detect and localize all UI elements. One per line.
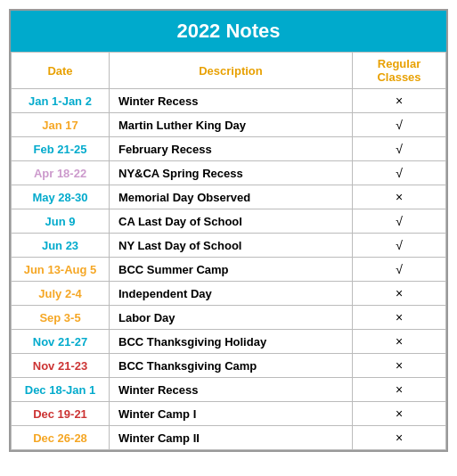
row-date: Jun 23: [12, 234, 110, 258]
row-classes: ×: [353, 402, 446, 426]
col-header-classes: Regular Classes: [353, 53, 446, 89]
row-date: Nov 21-23: [12, 354, 110, 378]
row-date: Jan 17: [12, 113, 110, 137]
row-description: CA Last Day of School: [110, 209, 353, 234]
row-description: NY Last Day of School: [110, 234, 353, 258]
row-date: Jun 9: [12, 209, 110, 234]
row-description: NY&CA Spring Recess: [110, 161, 353, 185]
table-row: May 28-30Memorial Day Observed×: [12, 185, 446, 209]
row-description: BCC Thanksgiving Holiday: [110, 330, 353, 354]
row-classes: ×: [353, 282, 446, 306]
table-row: Dec 19-21Winter Camp I×: [12, 402, 446, 426]
table-header-row: Date Description Regular Classes: [12, 53, 446, 89]
row-classes: √: [353, 234, 446, 258]
row-description: Labor Day: [110, 306, 353, 330]
table-row: Nov 21-23BCC Thanksgiving Camp×: [12, 354, 446, 378]
row-classes: ×: [353, 306, 446, 330]
table-row: Jun 9CA Last Day of School√: [12, 209, 446, 234]
row-description: Martin Luther King Day: [110, 113, 353, 137]
row-classes: ×: [353, 378, 446, 402]
table-row: Dec 18-Jan 1Winter Recess×: [12, 378, 446, 402]
row-description: BCC Summer Camp: [110, 258, 353, 282]
row-description: Memorial Day Observed: [110, 185, 353, 209]
table-row: July 2-4Independent Day×: [12, 282, 446, 306]
table-row: Jun 23NY Last Day of School√: [12, 234, 446, 258]
row-description: February Recess: [110, 137, 353, 161]
row-classes: ×: [353, 426, 446, 450]
row-classes: √: [353, 137, 446, 161]
notes-table-wrapper: 2022 Notes Date Description Regular Clas…: [9, 9, 448, 452]
row-description: Winter Camp I: [110, 402, 353, 426]
row-classes: √: [353, 209, 446, 234]
table-row: Nov 21-27BCC Thanksgiving Holiday×: [12, 330, 446, 354]
table-row: Feb 21-25February Recess√: [12, 137, 446, 161]
table-body: Jan 1-Jan 2Winter Recess×Jan 17Martin Lu…: [12, 89, 446, 450]
table-title: 2022 Notes: [11, 11, 446, 52]
row-classes: √: [353, 113, 446, 137]
table-row: Jan 1-Jan 2Winter Recess×: [12, 89, 446, 113]
col-header-date: Date: [12, 53, 110, 89]
row-classes: ×: [353, 185, 446, 209]
table-row: Sep 3-5Labor Day×: [12, 306, 446, 330]
row-classes: √: [353, 161, 446, 185]
row-date: Feb 21-25: [12, 137, 110, 161]
row-classes: ×: [353, 89, 446, 113]
row-classes: √: [353, 258, 446, 282]
row-date: Dec 26-28: [12, 426, 110, 450]
row-date: Apr 18-22: [12, 161, 110, 185]
col-header-description: Description: [110, 53, 353, 89]
row-date: Sep 3-5: [12, 306, 110, 330]
row-description: BCC Thanksgiving Camp: [110, 354, 353, 378]
row-date: July 2-4: [12, 282, 110, 306]
row-classes: ×: [353, 330, 446, 354]
table-row: Apr 18-22NY&CA Spring Recess√: [12, 161, 446, 185]
row-date: Dec 18-Jan 1: [12, 378, 110, 402]
row-classes: ×: [353, 354, 446, 378]
row-description: Winter Recess: [110, 89, 353, 113]
row-date: Nov 21-27: [12, 330, 110, 354]
table-row: Dec 26-28Winter Camp II×: [12, 426, 446, 450]
table-row: Jun 13-Aug 5BCC Summer Camp√: [12, 258, 446, 282]
row-date: Jan 1-Jan 2: [12, 89, 110, 113]
notes-table: Date Description Regular Classes Jan 1-J…: [11, 52, 446, 450]
row-date: May 28-30: [12, 185, 110, 209]
row-description: Winter Camp II: [110, 426, 353, 450]
row-date: Jun 13-Aug 5: [12, 258, 110, 282]
table-row: Jan 17Martin Luther King Day√: [12, 113, 446, 137]
row-description: Independent Day: [110, 282, 353, 306]
row-date: Dec 19-21: [12, 402, 110, 426]
row-description: Winter Recess: [110, 378, 353, 402]
